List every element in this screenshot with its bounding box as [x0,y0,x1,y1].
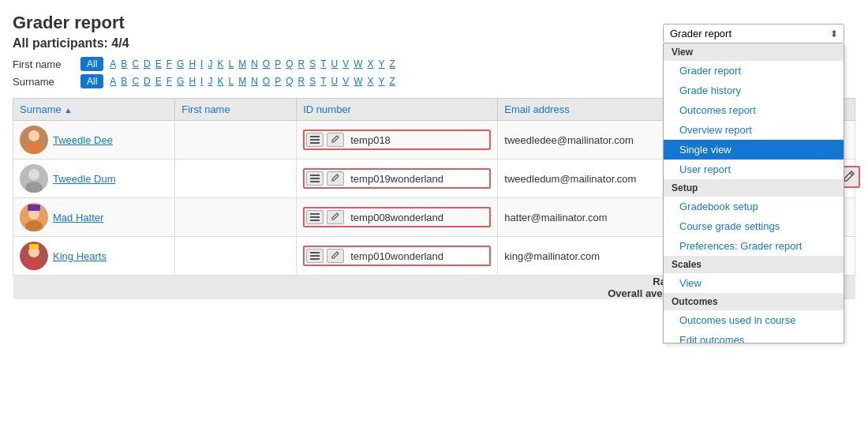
filter-letter-e[interactable]: E [154,58,163,70]
dropdown-menu-item[interactable]: Gradebook setup [664,197,844,216]
list-icon-btn[interactable] [306,133,324,147]
col-email[interactable]: Email address [498,99,684,121]
filter-letter-y[interactable]: Y [377,75,387,88]
filter-letter-r[interactable]: R [297,75,307,88]
filter-letter-s[interactable]: S [308,75,317,88]
surname-letters: ABCDEFGHIJKLMNOPQRSTUVWXYZ [108,75,397,88]
svg-rect-10 [310,178,320,179]
filter-letter-e[interactable]: E [154,75,163,88]
edit-icon-btn[interactable] [327,210,344,224]
dropdown-menu-item[interactable]: Preferences: Grader report [664,236,844,256]
dropdown-menu-item[interactable]: Grade history [664,81,844,100]
filter-letter-a[interactable]: A [108,75,118,88]
svg-rect-24 [310,255,320,257]
filter-letter-l[interactable]: L [226,75,235,88]
filter-letter-u[interactable]: U [330,58,340,70]
col-surname[interactable]: Surname ▲ [13,99,175,121]
avatar [20,164,48,193]
list-icon-btn[interactable] [306,210,324,224]
dropdown-menu-item[interactable]: Single view [664,140,844,160]
filter-letter-i[interactable]: I [199,58,204,70]
filter-letter-v[interactable]: V [341,58,350,70]
filter-letter-i[interactable]: I [199,75,204,88]
svg-rect-5 [310,142,320,144]
edit-icon-btn[interactable] [327,133,344,147]
filter-letter-n[interactable]: N [249,58,260,70]
user-name-link[interactable]: Tweedle Dee [53,134,113,146]
filter-letter-f[interactable]: F [165,58,174,70]
user-cell: Tweedle Dum [20,164,168,193]
filter-letter-x[interactable]: X [366,58,376,70]
actions-cell: temp018 [297,121,498,160]
filter-letter-l[interactable]: L [226,58,235,70]
filter-letter-u[interactable]: U [330,75,340,88]
action-icons-group: temp019wonderland [303,168,491,189]
filter-letter-k[interactable]: K [215,58,225,70]
filter-letter-v[interactable]: V [341,75,350,88]
list-icon-btn[interactable] [306,249,324,263]
dropdown-menu-item[interactable]: Course grade settings [664,216,844,236]
filter-letter-f[interactable]: F [165,75,174,88]
dropdown-menu-item[interactable]: User report [664,160,844,179]
filter-letter-w[interactable]: W [352,58,364,70]
report-select[interactable]: Grader report [663,24,844,43]
filter-letter-m[interactable]: M [237,58,248,70]
filter-letter-g[interactable]: G [175,58,185,70]
surname-all-button[interactable]: All [80,74,103,88]
filter-letter-p[interactable]: P [273,58,282,70]
dropdown-menu-item[interactable]: Outcomes report [664,100,844,120]
filter-letter-t[interactable]: T [319,58,327,70]
col-id[interactable]: ID number [297,99,498,121]
svg-rect-25 [310,258,320,260]
filter-letter-t[interactable]: T [319,75,327,88]
dropdown-menu-item[interactable]: Overview report [664,120,844,140]
filter-letter-a[interactable]: A [108,58,118,70]
filter-letter-w[interactable]: W [352,75,364,88]
firstname-all-button[interactable]: All [80,57,103,71]
dropdown-menu-item[interactable]: Grader report [664,61,844,81]
filter-letter-q[interactable]: Q [284,58,294,70]
list-icon-btn[interactable] [306,171,324,186]
filter-letter-d[interactable]: D [142,58,152,70]
id-number-cell: temp018 [347,134,391,146]
firstname-cell [175,198,297,237]
actions-cell: temp019wonderland [297,160,498,198]
email-cell: king@mailinator.com [498,237,684,276]
filter-letter-y[interactable]: Y [377,58,387,70]
filter-letter-o[interactable]: O [261,75,271,88]
svg-point-7 [28,169,39,180]
filter-letter-o[interactable]: O [261,58,271,70]
dropdown-select-wrapper: Grader report ⬍ [663,24,844,43]
filter-letter-b[interactable]: B [119,75,129,88]
filter-letter-d[interactable]: D [142,75,152,88]
filter-letter-c[interactable]: C [130,75,140,88]
dropdown-menu-item[interactable]: Edit outcomes [664,330,844,344]
col-firstname[interactable]: First name [175,99,297,121]
edit-icon-btn[interactable] [327,249,344,263]
user-name-link[interactable]: Tweedle Dum [53,173,115,185]
filter-letter-s[interactable]: S [308,58,317,70]
filter-letter-r[interactable]: R [297,58,307,70]
filter-letter-g[interactable]: G [175,75,185,88]
edit-icon-btn[interactable] [327,171,344,186]
filter-letter-m[interactable]: M [237,75,248,88]
dropdown-menu-item[interactable]: Outcomes used in course [664,310,844,330]
filter-letter-x[interactable]: X [366,75,376,88]
filter-letter-z[interactable]: Z [388,75,397,88]
avatar [20,203,48,231]
filter-letter-n[interactable]: N [249,75,260,88]
filter-letter-z[interactable]: Z [388,58,397,70]
filter-letter-h[interactable]: H [187,58,197,70]
dropdown-menu-item[interactable]: View [664,273,844,293]
user-cell: King Hearts [20,242,168,270]
filter-letter-h[interactable]: H [187,75,197,88]
filter-letter-p[interactable]: P [273,75,282,88]
filter-letter-j[interactable]: J [206,75,214,88]
filter-letter-b[interactable]: B [119,58,129,70]
user-name-link[interactable]: King Hearts [53,250,107,262]
filter-letter-k[interactable]: K [215,75,225,88]
filter-letter-c[interactable]: C [130,58,140,70]
user-name-link[interactable]: Mad Hatter [53,212,103,223]
filter-letter-q[interactable]: Q [284,75,294,88]
filter-letter-j[interactable]: J [206,58,214,70]
